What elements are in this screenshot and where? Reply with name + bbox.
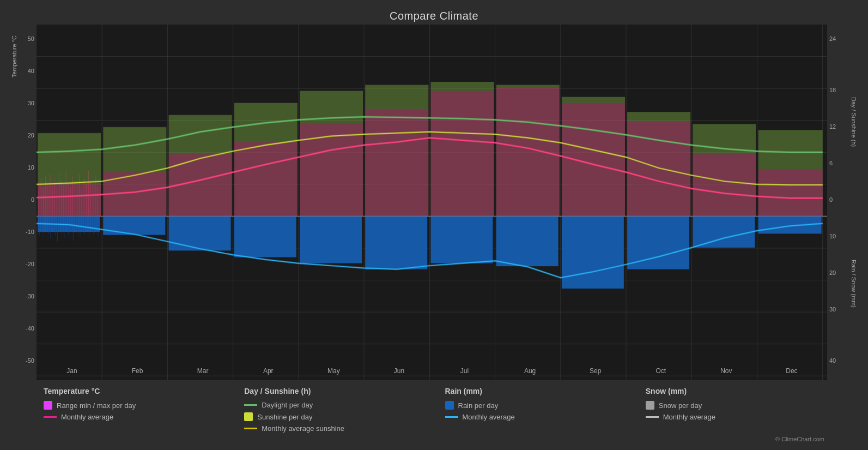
legend-sunshine-label: Sunshine per day [257, 413, 312, 421]
legend-daylight-line [244, 404, 257, 406]
legend-temp-title: Temperature °C [44, 387, 244, 395]
svg-rect-40 [627, 216, 689, 269]
x-axis-labels: Jan Feb Mar Apr May Jun Jul Aug Sep Oct … [37, 367, 827, 375]
y-axis-left: 50 40 30 20 10 0 -10 -20 -30 -40 -50 [17, 25, 37, 380]
svg-rect-87 [365, 109, 428, 217]
svg-rect-33 [169, 216, 231, 250]
svg-rect-89 [496, 88, 560, 216]
svg-rect-32 [103, 216, 165, 235]
x-label-oct: Oct [634, 367, 688, 375]
y-axis-left-title: Temperature °C [11, 35, 17, 77]
legend-rain-label: Rain per day [458, 401, 499, 410]
legend-sunshine-title: Day / Sunshine (h) [244, 387, 445, 395]
legend-sunshine-avg-line [244, 428, 257, 429]
svg-rect-38 [496, 216, 559, 266]
x-label-jun: Jun [372, 367, 426, 375]
legend-area: Temperature °C Range min / max per day M… [11, 380, 857, 436]
svg-rect-88 [430, 91, 494, 217]
svg-rect-35 [300, 216, 362, 263]
svg-rect-93 [758, 169, 823, 216]
legend-rain-color [445, 401, 454, 410]
chart-svg [37, 25, 827, 380]
legend-sunshine-avg-label: Monthly average sunshine [262, 424, 344, 433]
x-label-jul: Jul [438, 367, 492, 375]
legend-temp-range-color [44, 401, 52, 410]
legend-snow-avg-line [646, 416, 659, 418]
legend-temp-avg-label: Monthly average [61, 413, 113, 421]
svg-rect-82 [38, 184, 101, 217]
x-label-jan: Jan [45, 367, 99, 375]
svg-rect-36 [365, 216, 427, 269]
chart-main: Chiba Chiba ClimeChart.com [37, 25, 827, 380]
y-axis-right: 24 18 12 6 0 10 20 30 40 [827, 25, 846, 380]
legend-snow-label: Snow per day [659, 401, 702, 410]
legend-temp-range: Range min / max per day [44, 401, 244, 410]
legend-snow-avg-label: Monthly average [663, 413, 715, 421]
legend-daylight: Daylight per day [244, 401, 445, 409]
legend-snow-avg: Monthly average [646, 413, 846, 421]
x-label-feb: Feb [110, 367, 165, 375]
legend-rain: Rain (mm) Rain per day Monthly average [445, 387, 646, 433]
legend-snow-title: Snow (mm) [646, 387, 846, 395]
legend-sunshine: Day / Sunshine (h) Daylight per day Suns… [244, 387, 445, 433]
svg-rect-37 [430, 216, 493, 263]
legend-daylight-label: Daylight per day [262, 401, 313, 409]
legend-rain-avg-label: Monthly average [463, 413, 515, 421]
legend-temp-range-label: Range min / max per day [57, 401, 136, 410]
chart-title: Compare Climate [11, 5, 857, 25]
x-label-may: May [306, 367, 361, 375]
svg-rect-42 [758, 216, 822, 233]
x-label-aug: Aug [503, 367, 557, 375]
legend-snow-day: Snow per day [646, 401, 846, 410]
legend-sunshine-avg: Monthly average sunshine [244, 424, 445, 433]
x-label-dec: Dec [764, 367, 819, 375]
page-container: Compare Climate Temperature °C 50 40 30 … [0, 0, 868, 450]
legend-snow-color [646, 401, 654, 410]
legend-sunshine-color [244, 412, 253, 421]
y-title-rain: Rain / Snow (mm) [846, 260, 857, 308]
svg-rect-39 [562, 216, 624, 289]
legend-sunshine-day: Sunshine per day [244, 412, 445, 421]
legend-rain-day: Rain per day [445, 401, 646, 410]
legend-snow: Snow (mm) Snow per day Monthly average [646, 387, 846, 433]
legend-temp-avg: Monthly average [44, 413, 244, 421]
svg-rect-86 [300, 124, 363, 216]
copyright: © ClimeChart.com [11, 436, 857, 445]
svg-rect-41 [693, 216, 755, 247]
legend-rain-title: Rain (mm) [445, 387, 646, 395]
svg-rect-34 [234, 216, 296, 257]
svg-rect-92 [693, 154, 756, 217]
legend-temp-avg-line [44, 416, 57, 418]
chart-inner-wrapper: Temperature °C 50 40 30 20 10 0 -10 -20 … [11, 25, 857, 380]
legend-temperature: Temperature °C Range min / max per day M… [44, 387, 244, 433]
x-label-mar: Mar [175, 367, 230, 375]
legend-rain-avg-line [445, 416, 458, 418]
x-label-nov: Nov [699, 367, 754, 375]
right-axis-wrapper: 24 18 12 6 0 10 20 30 40 Day / Sunshine … [827, 25, 857, 380]
y-title-sunshine: Day / Sunshine (h) [846, 97, 857, 147]
x-label-sep: Sep [568, 367, 623, 375]
svg-rect-90 [562, 103, 625, 217]
x-label-apr: Apr [241, 367, 295, 375]
svg-rect-85 [234, 142, 298, 216]
legend-rain-avg: Monthly average [445, 413, 646, 421]
right-axis-titles: Day / Sunshine (h) Rain / Snow (mm) [846, 25, 857, 380]
